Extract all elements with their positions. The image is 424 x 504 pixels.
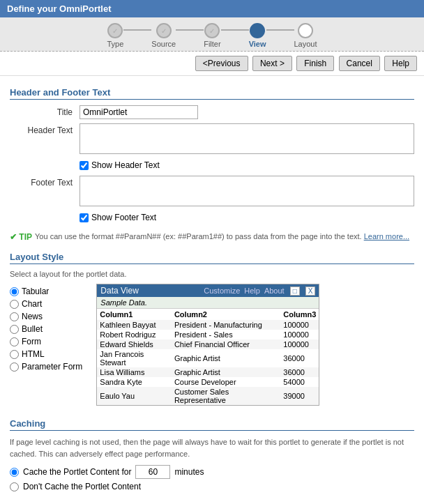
titlebar: Define your OmniPortlet	[0, 0, 424, 17]
cache-option1-row: Cache the Portlet Content for minutes	[10, 465, 414, 479]
dv-customize-link[interactable]: Customize	[204, 287, 240, 295]
table-row: Sandra KyteCourse Developer54000	[97, 377, 319, 387]
table-cell: Edward Shields	[97, 339, 172, 349]
step-source-circle: ✓	[156, 23, 172, 38]
radio-parameter-form-input[interactable]	[10, 362, 19, 372]
radio-html-input[interactable]	[10, 350, 19, 359]
table-row: Edward ShieldsChief Financial Officer100…	[97, 339, 319, 349]
dv-col2-header: Column2	[172, 309, 280, 320]
title-label: Title	[10, 105, 80, 117]
dv-sample-label: Sample Data.	[97, 297, 319, 309]
dv-help-link[interactable]: Help	[244, 287, 260, 295]
table-cell: Sandra Kyte	[97, 377, 172, 387]
table-cell: Customer Sales Representative	[172, 387, 280, 405]
radio-tabular-input[interactable]	[10, 287, 19, 296]
footer-text-row: Footer Text	[10, 176, 414, 208]
connector-4	[266, 29, 294, 31]
cache-option1-radio[interactable]	[10, 468, 19, 477]
main-content: Header and Footer Text Title Header Text…	[0, 76, 424, 500]
dv-minimize-icon[interactable]: X	[305, 287, 316, 296]
caching-section: Caching If page level caching is not use…	[10, 418, 414, 491]
dv-table: Column1 Column2 Column3 Kathleen BayyatP…	[97, 309, 319, 405]
header-footer-section-title: Header and Footer Text	[10, 87, 414, 100]
step-type: ✓ Type	[107, 23, 123, 48]
radio-form: Form	[10, 337, 82, 346]
header-text-input[interactable]	[80, 123, 414, 154]
table-row: Kathleen BayyatPresident - Manufacturing…	[97, 320, 319, 330]
table-cell: Graphic Artist	[172, 367, 280, 377]
cache-minutes-input[interactable]	[135, 465, 170, 479]
dv-tbody: Kathleen BayyatPresident - Manufacturing…	[97, 320, 319, 405]
step-layout: Layout	[294, 23, 317, 48]
cache-option2-radio[interactable]	[10, 482, 19, 491]
dv-about-link[interactable]: About	[264, 287, 285, 295]
table-cell: Eaulo Yau	[97, 387, 172, 405]
radio-bullet-label: Bullet	[22, 324, 43, 334]
title-row: Title	[10, 105, 414, 119]
step-filter-circle: ✓	[204, 23, 220, 38]
data-view-preview: Data View Customize Help About □ X Sampl…	[96, 284, 319, 406]
top-help-button[interactable]: Help	[384, 56, 417, 71]
header-text-input-wrapper	[80, 123, 414, 156]
minutes-label: minutes	[174, 467, 204, 477]
footer-text-label: Footer Text	[10, 176, 80, 188]
step-view-circle	[250, 23, 265, 38]
step-filter: ✓ Filter	[204, 23, 220, 48]
show-footer-row: Show Footer Text	[80, 213, 414, 222]
dv-header-right: Customize Help About □ X	[204, 287, 315, 296]
header-text-row: Header Text	[10, 123, 414, 156]
radio-chart-label: Chart	[22, 299, 42, 309]
step-source: ✓ Source	[151, 23, 176, 48]
cache-option1-label: Cache the Portlet Content for	[23, 467, 131, 477]
table-cell: 39000	[280, 387, 319, 405]
top-finish-button[interactable]: Finish	[296, 56, 334, 71]
caching-description: If page level caching is not used, then …	[10, 436, 414, 459]
table-row: Lisa WilliamsGraphic Artist36000	[97, 367, 319, 377]
dv-close-icon[interactable]: □	[290, 287, 300, 296]
radio-parameter-form: Parameter Form	[10, 362, 82, 372]
top-nav-buttons: <Previous Next > Finish Cancel Help	[0, 52, 424, 76]
cache-option2-label: Don't Cache the Portlet Content	[23, 482, 141, 491]
table-row: Eaulo YauCustomer Sales Representative39…	[97, 387, 319, 405]
table-cell: 36000	[280, 349, 319, 367]
show-header-label: Show Header Text	[91, 160, 160, 170]
step-filter-label: Filter	[204, 40, 220, 48]
top-cancel-button[interactable]: Cancel	[339, 56, 380, 71]
layout-style-section-title: Layout Style	[10, 252, 414, 264]
dv-header-links: Customize Help About	[204, 287, 284, 295]
radio-chart: Chart	[10, 299, 82, 309]
tip-box: ✔ TIP You can use the format ##ParamN## …	[10, 228, 414, 246]
radio-bullet-input[interactable]	[10, 325, 19, 334]
connector-3	[221, 29, 249, 31]
top-next-button[interactable]: Next >	[252, 56, 292, 71]
footer-text-input-wrapper	[80, 176, 414, 208]
table-cell: Graphic Artist	[172, 349, 280, 367]
radio-news-input[interactable]	[10, 312, 19, 321]
learn-more-link[interactable]: Learn more...	[364, 232, 409, 240]
steps-row: ✓ Type ✓ Source ✓ Filter View Layout	[0, 23, 424, 48]
show-header-checkbox[interactable]	[80, 161, 89, 170]
layout-style-description: Select a layout for the portlet data.	[10, 270, 414, 278]
layout-options-row: Tabular Chart News Bullet Form HTML	[10, 284, 414, 406]
header-text-label: Header Text	[10, 123, 80, 135]
show-footer-label: Show Footer Text	[91, 213, 156, 222]
radio-form-input[interactable]	[10, 337, 19, 346]
step-type-label: Type	[107, 40, 123, 48]
table-cell: 36000	[280, 367, 319, 377]
step-type-circle: ✓	[107, 23, 123, 38]
table-cell: 100000	[280, 320, 319, 330]
top-previous-button[interactable]: <Previous	[195, 56, 248, 71]
table-cell: President - Manufacturing	[172, 320, 280, 330]
radio-chart-input[interactable]	[10, 300, 19, 309]
cache-option2-row: Don't Cache the Portlet Content	[10, 482, 414, 491]
radio-news-label: News	[22, 312, 43, 321]
title-input[interactable]	[80, 105, 198, 119]
table-cell: Course Developer	[172, 377, 280, 387]
connector-2	[176, 29, 204, 31]
show-footer-checkbox[interactable]	[80, 213, 89, 222]
footer-text-input[interactable]	[80, 176, 414, 206]
step-layout-circle	[298, 23, 313, 38]
dv-title: Data View	[100, 286, 138, 296]
connector-1	[123, 29, 151, 31]
step-source-label: Source	[151, 40, 176, 48]
